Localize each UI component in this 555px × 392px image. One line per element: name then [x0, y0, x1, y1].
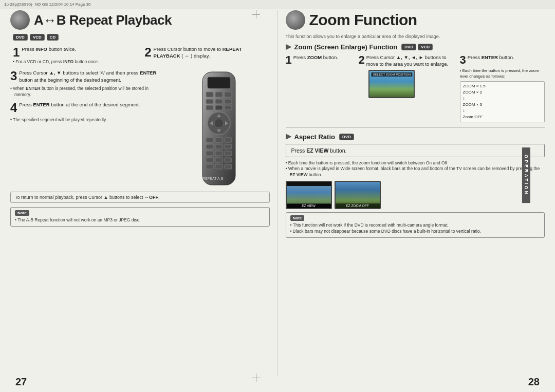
aspect-title: Aspect Ratio: [294, 133, 335, 141]
svg-text:REPEAT A-B: REPEAT A-B: [202, 177, 224, 180]
page-number-right: 28: [528, 376, 540, 388]
remote-svg: REPEAT A-B: [198, 69, 239, 188]
svg-rect-3: [215, 92, 223, 97]
step1-number: 1: [13, 46, 20, 59]
step4-note: • The specified segment will be played r…: [10, 117, 161, 123]
ez-view-box: Press EZ VIEW button.: [286, 144, 545, 157]
svg-rect-1: [208, 77, 230, 88]
note-box-left: Note • The A-B Repeat function will not …: [10, 207, 270, 227]
step1-text: Press INFO button twice.: [22, 46, 76, 52]
svg-rect-2: [206, 92, 213, 97]
svg-rect-19: [225, 138, 232, 142]
step2-text: Press Cursor button to move to REPEAT PL…: [154, 46, 267, 60]
step1-box: 1 Press INFO button twice. • For a VCD o…: [10, 46, 138, 65]
note-box-right: Note • This function will not work if th…: [286, 212, 545, 238]
zoom-step2-num: 2: [358, 54, 364, 66]
step1-bold: INFO: [35, 46, 47, 52]
return-text: To return to normal playback, press Curs…: [10, 192, 270, 203]
aspect-notes: • Each time the button is pressed, the z…: [286, 160, 545, 179]
remote-illustration: REPEAT A-B: [169, 69, 269, 188]
aspect-icon: [286, 134, 292, 140]
svg-rect-17: [206, 138, 213, 142]
svg-rect-24: [215, 151, 223, 156]
step1-note: • For a VCD or CD, press INFO button onc…: [13, 59, 135, 65]
badge-dvd-left: DVD: [13, 34, 28, 41]
step3-box: 3 Press Cursor ▲, ▼ buttons to select 'A…: [10, 69, 161, 83]
zoom-screen-subsection: Zoom (Screen Enlarge) Function DVD VCD: [286, 43, 545, 51]
divider: [286, 127, 545, 128]
operation-tab: OPERATION: [522, 147, 530, 203]
note-text-left: • The A-B Repeat function will not work …: [15, 217, 265, 223]
left-section-title: A↔B Repeat Playback: [10, 10, 270, 30]
step3-note: • When ENTER button is pressed, the sele…: [10, 86, 161, 98]
screen-mockups-row: EZ VIEW EZ ZOOM OFF: [286, 181, 545, 209]
svg-point-12: [214, 119, 224, 128]
svg-rect-10: [225, 105, 232, 110]
page-number-left: 27: [15, 376, 27, 388]
steps-3-4-container: 3 Press Cursor ▲, ▼ buttons to select 'A…: [10, 69, 165, 188]
note-line1: • This function will not work if the DVD…: [290, 222, 541, 229]
svg-rect-25: [225, 151, 232, 156]
zoom-icon: [286, 44, 292, 50]
screen2-label: EZ ZOOM OFF: [336, 203, 380, 208]
svg-rect-21: [215, 144, 223, 149]
svg-rect-9: [215, 105, 223, 110]
svg-rect-29: [206, 164, 213, 169]
svg-rect-30: [215, 164, 223, 169]
svg-rect-26: [206, 158, 213, 162]
left-title: A↔B Repeat Playback: [34, 12, 172, 28]
svg-rect-6: [215, 99, 223, 104]
step3-text: Press Cursor ▲, ▼ buttons to select 'A' …: [19, 69, 161, 83]
aspect-badges: DVD: [339, 134, 354, 140]
page-container: 1p-28p(DS990)- NO GB 12/2/04 10:14 Page …: [0, 0, 555, 392]
zoom-screen-title: Zoom (Screen Enlarge) Function: [294, 43, 398, 51]
svg-rect-5: [206, 99, 213, 104]
screen1-label: EZ VIEW: [287, 203, 331, 208]
svg-rect-23: [206, 151, 213, 156]
zoom-step1-text: Press ZOOM button.: [293, 54, 338, 61]
svg-rect-27: [215, 158, 223, 162]
zoom-step3-num: 3: [460, 54, 466, 66]
zoom-badges: DVD VCD: [401, 44, 433, 50]
right-column: Zoom Function This function allows you t…: [278, 10, 545, 377]
zoom-step2: 2 Press Cursor ▲, ▼, ◄, ► buttons to mov…: [358, 54, 457, 98]
svg-rect-20: [206, 144, 213, 149]
zoom-step1-num: 1: [286, 54, 292, 66]
disc-icon-right: [286, 10, 305, 30]
step4-text: Press ENTER button at the end of the des…: [19, 101, 140, 108]
screen-label-text: SELECT ZOOM POSITION: [372, 72, 412, 77]
svg-rect-28: [225, 158, 232, 162]
badge-dvd-zoom: DVD: [401, 44, 416, 50]
note-line2: • Black bars may not disappear because s…: [290, 229, 541, 235]
aspect-subsection: Aspect Ratio DVD: [286, 133, 545, 141]
svg-rect-31: [225, 164, 232, 169]
right-section-title: Zoom Function: [286, 10, 545, 30]
left-format-badges: DVD VCD CD: [13, 34, 270, 41]
header-strip: 1p-28p(DS990)- NO GB 12/2/04 10:14 Page …: [0, 0, 555, 9]
black-bar-top: [287, 182, 331, 186]
screen-ezview: EZ VIEW: [286, 181, 332, 209]
svg-rect-8: [206, 105, 213, 110]
badge-dvd-aspect: DVD: [339, 134, 354, 140]
zoom-subtitle: This function allows you to enlarge a pa…: [286, 34, 545, 39]
screen-ezview-off: EZ ZOOM OFF: [335, 181, 381, 209]
header-meta: 1p-28p(DS990)- NO GB 12/2/04 10:14 Page …: [4, 2, 91, 7]
zoom-step3-text: Press ENTER button.: [468, 54, 514, 61]
svg-rect-7: [225, 99, 232, 104]
badge-cd-left: CD: [47, 34, 59, 41]
zoom-step1: 1 Press ZOOM button.: [286, 54, 357, 66]
disc-icon-left: [10, 10, 30, 30]
svg-rect-22: [225, 144, 232, 149]
zoom-step2-text: Press Cursor ▲, ▼, ◄, ► buttons to move …: [366, 54, 458, 68]
step3-number: 3: [10, 69, 17, 83]
badge-vcd-left: VCD: [30, 34, 45, 41]
zoom-steps-row: 1 Press ZOOM button. 2 Press Cursor ▲, ▼…: [286, 54, 545, 122]
zoom-levels-list: ZOOM × 1.5 ZOOM × 2 ↕ ZOOM × 3 ↕ Zoom OF…: [460, 81, 545, 122]
right-title: Zoom Function: [309, 11, 417, 29]
columns: A↔B Repeat Playback DVD VCD CD 1 Press I…: [10, 10, 545, 377]
svg-rect-18: [215, 138, 223, 142]
zoom-screen-mockup: SELECT ZOOM POSITION: [368, 70, 415, 98]
note-label-left: Note: [15, 210, 29, 216]
step2-box: 2 Press Cursor button to move to REPEAT …: [142, 46, 269, 65]
step4-number: 4: [10, 101, 17, 115]
